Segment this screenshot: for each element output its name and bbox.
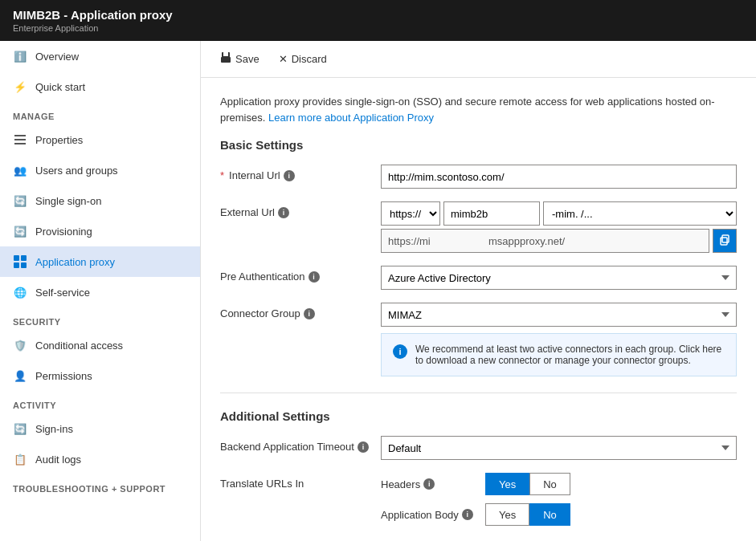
- copy-icon: [719, 234, 730, 248]
- headers-no-button[interactable]: No: [529, 473, 570, 495]
- sidebar-item-app-proxy[interactable]: Application proxy: [0, 246, 200, 277]
- sidebar-label-self-service: Self-service: [35, 287, 90, 299]
- discard-button[interactable]: ✕ Discard: [276, 51, 330, 67]
- headers-info-icon: i: [423, 478, 435, 490]
- sidebar-label-sign-ins: Sign-ins: [35, 423, 73, 435]
- svg-rect-0: [14, 135, 26, 136]
- additional-settings-title: Additional Settings: [220, 409, 737, 423]
- internal-url-info-icon: i: [284, 170, 295, 181]
- sidebar-item-quick-start[interactable]: ⚡ Quick start: [0, 71, 200, 102]
- users-groups-icon: 👥: [13, 163, 27, 177]
- app-header: MIMB2B - Application proxy Enterprise Ap…: [0, 0, 756, 41]
- external-url-input-wrap: https:// http:// -mim. /...: [381, 201, 737, 253]
- basic-settings-title: Basic Settings: [220, 138, 737, 152]
- permissions-icon: 👤: [13, 368, 27, 383]
- sidebar-item-audit-logs[interactable]: 📋 Audit logs: [0, 444, 200, 474]
- pre-auth-label: Pre Authentication i: [220, 266, 381, 283]
- save-icon: [220, 52, 231, 66]
- backend-timeout-label: Backend Application Timeout i: [220, 436, 381, 453]
- discard-label: Discard: [292, 53, 327, 65]
- conditional-access-icon: 🛡️: [13, 338, 27, 352]
- app-body-no-button[interactable]: No: [529, 503, 570, 526]
- sidebar-label-app-proxy: Application proxy: [35, 256, 115, 268]
- discard-icon: ✕: [279, 53, 288, 65]
- proxy-url-row: https:// http:// -mim. /...: [381, 201, 737, 226]
- properties-icon: [13, 132, 27, 147]
- headers-row: Headers i Yes No: [381, 473, 737, 495]
- https-scheme-select[interactable]: https:// http://: [381, 201, 440, 226]
- svg-rect-9: [221, 57, 231, 63]
- app-subtitle: Enterprise Application: [13, 23, 743, 33]
- manage-section-header: MANAGE: [0, 102, 200, 124]
- translate-urls-group: Translate URLs In Headers i Yes No: [220, 473, 737, 526]
- sidebar-label-conditional-access: Conditional access: [35, 340, 123, 352]
- connector-info-icon: i: [393, 344, 407, 359]
- sidebar-item-properties[interactable]: Properties: [0, 124, 200, 155]
- external-url-label: External Url i: [220, 201, 381, 218]
- self-service-icon: 🌐: [13, 285, 27, 299]
- app-body-label: Application Body i: [381, 509, 485, 521]
- toolbar: Save ✕ Discard: [201, 41, 756, 78]
- internal-url-input-wrap: [381, 165, 737, 189]
- translate-urls-label: Translate URLs In: [220, 473, 381, 490]
- svg-rect-5: [14, 262, 19, 268]
- external-url-info-icon: i: [278, 207, 289, 218]
- app-proxy-icon: [13, 254, 27, 269]
- svg-rect-8: [223, 52, 228, 56]
- app-body-toggle: Yes No: [485, 503, 570, 526]
- connector-info-text: We recommend at least two active connect…: [415, 344, 725, 366]
- required-star: *: [220, 169, 224, 181]
- overview-icon: ℹ️: [13, 49, 27, 63]
- sidebar-label-provisioning: Provisioning: [35, 226, 92, 238]
- sidebar-label-overview: Overview: [35, 51, 79, 63]
- svg-rect-1: [14, 139, 26, 140]
- svg-rect-6: [21, 262, 27, 268]
- subdomain-input[interactable]: [443, 201, 540, 226]
- app-body-info-icon: i: [462, 509, 473, 520]
- copy-url-button[interactable]: [713, 229, 737, 253]
- sidebar-item-sign-ins[interactable]: 🔄 Sign-ins: [0, 413, 200, 444]
- main-content: Save ✕ Discard Application proxy provide…: [201, 41, 756, 541]
- sidebar-item-permissions[interactable]: 👤 Permissions: [0, 360, 200, 391]
- backend-timeout-select[interactable]: Default Long: [381, 436, 737, 460]
- sidebar-item-overview[interactable]: ℹ️ Overview: [0, 41, 200, 71]
- provisioning-icon: 🔄: [13, 224, 27, 238]
- svg-rect-2: [14, 143, 26, 144]
- svg-rect-11: [722, 235, 729, 242]
- troubleshooting-section-header: TROUBLESHOOTING + SUPPORT: [0, 474, 200, 497]
- domain-select[interactable]: -mim. /...: [543, 201, 737, 226]
- sidebar-item-provisioning[interactable]: 🔄 Provisioning: [0, 216, 200, 246]
- sidebar-label-properties: Properties: [35, 134, 83, 146]
- sidebar-item-sso[interactable]: 🔄 Single sign-on: [0, 185, 200, 216]
- pre-auth-info-icon: i: [309, 271, 320, 283]
- sidebar-item-self-service[interactable]: 🌐 Self-service: [0, 277, 200, 307]
- audit-logs-icon: 📋: [13, 452, 27, 466]
- svg-rect-10: [721, 238, 727, 245]
- connector-group-select[interactable]: MIMAZ: [381, 303, 737, 327]
- connector-group-info-icon: i: [304, 308, 315, 319]
- translate-urls-controls: Headers i Yes No Application Body i: [381, 473, 737, 526]
- save-button[interactable]: Save: [217, 51, 263, 67]
- quick-start-icon: ⚡: [13, 79, 27, 94]
- headers-yes-button[interactable]: Yes: [485, 473, 529, 495]
- app-title: MIMB2B - Application proxy: [13, 8, 743, 22]
- sign-ins-icon: 🔄: [13, 421, 27, 436]
- backend-timeout-info-icon: i: [358, 441, 369, 453]
- app-body-yes-button[interactable]: Yes: [485, 503, 529, 526]
- sidebar-item-conditional-access[interactable]: 🛡️ Conditional access: [0, 330, 200, 360]
- sidebar-label-permissions: Permissions: [35, 370, 92, 382]
- svg-rect-3: [14, 255, 19, 261]
- sidebar-item-users-groups[interactable]: 👥 Users and groups: [0, 155, 200, 185]
- pre-auth-group: Pre Authentication i Azure Active Direct…: [220, 266, 737, 290]
- sidebar-label-audit-logs: Audit logs: [35, 454, 81, 466]
- learn-more-link[interactable]: Learn more about Application Proxy: [268, 112, 434, 124]
- internal-url-input[interactable]: [381, 165, 737, 189]
- pre-auth-select[interactable]: Azure Active Directory Passthrough: [381, 266, 737, 290]
- security-section-header: SECURITY: [0, 307, 200, 330]
- backend-timeout-select-wrap: Default Long: [381, 436, 737, 460]
- backend-timeout-group: Backend Application Timeout i Default Lo…: [220, 436, 737, 460]
- external-url-display: [381, 229, 709, 253]
- connector-info-box: i We recommend at least two active conne…: [381, 333, 737, 376]
- connector-group-form-group: Connector Group i MIMAZ i We recommend a…: [220, 303, 737, 376]
- internal-url-label: * Internal Url i: [220, 165, 381, 181]
